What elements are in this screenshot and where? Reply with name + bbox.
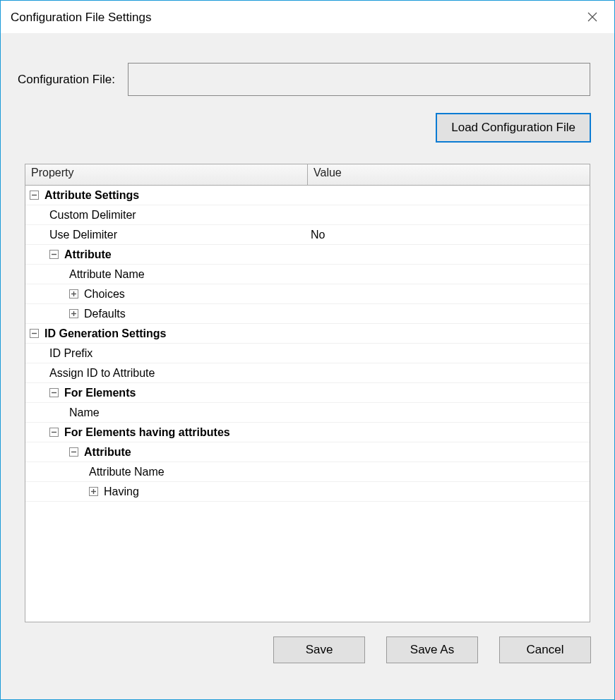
collapse-icon[interactable]: [30, 191, 39, 200]
grid-row[interactable]: Assign ID to Attribute: [25, 363, 590, 383]
property-label: Attribute Name: [69, 268, 145, 281]
grid-row[interactable]: For Elements having attributes: [25, 423, 590, 442]
footer-buttons: Save Save As Cancel: [1, 622, 614, 679]
config-file-row: Configuration File:: [1, 33, 614, 96]
expand-icon[interactable]: [89, 487, 98, 496]
property-cell: Attribute: [25, 248, 308, 261]
grid-row[interactable]: Attribute Settings: [25, 186, 590, 205]
config-file-label: Configuration File:: [18, 73, 128, 87]
grid-row[interactable]: For Elements: [25, 383, 590, 403]
property-cell: Defaults: [25, 308, 308, 320]
grid-row[interactable]: Use DelimiterNo: [25, 225, 590, 245]
property-label: Attribute Settings: [44, 189, 139, 202]
grid-row[interactable]: ID Generation Settings: [25, 324, 590, 344]
property-cell: ID Generation Settings: [25, 327, 308, 340]
expand-icon[interactable]: [69, 309, 78, 318]
property-label: Custom Delimiter: [49, 209, 136, 222]
load-row: Load Configuration File: [1, 96, 614, 143]
property-label: Having: [104, 485, 139, 498]
property-cell: Attribute Name: [25, 268, 308, 281]
collapse-icon[interactable]: [69, 447, 78, 457]
property-cell: Name: [25, 406, 308, 419]
property-label: Attribute: [84, 446, 131, 459]
property-label: ID Generation Settings: [44, 327, 166, 340]
property-cell: Attribute: [25, 446, 308, 459]
header-property[interactable]: Property: [25, 164, 308, 185]
property-cell: Attribute Settings: [25, 189, 308, 202]
dialog-window: Configuration File Settings Configuratio…: [0, 0, 615, 700]
property-cell: For Elements having attributes: [25, 426, 308, 439]
grid-row[interactable]: Choices: [25, 284, 590, 304]
collapse-icon[interactable]: [49, 388, 59, 397]
collapse-icon[interactable]: [49, 428, 59, 437]
property-label: Name: [69, 406, 100, 419]
header-value[interactable]: Value: [308, 164, 590, 185]
grid-row[interactable]: ID Prefix: [25, 344, 590, 363]
property-cell: ID Prefix: [25, 347, 308, 360]
property-cell: For Elements: [25, 387, 308, 399]
grid-row[interactable]: Having: [25, 482, 590, 502]
save-as-button[interactable]: Save As: [386, 636, 478, 663]
expand-icon[interactable]: [69, 289, 78, 298]
titlebar: Configuration File Settings: [1, 1, 614, 33]
grid-header: Property Value: [25, 164, 590, 186]
property-label: For Elements having attributes: [64, 426, 230, 439]
property-cell: Assign ID to Attribute: [25, 367, 308, 380]
cancel-button[interactable]: Cancel: [499, 636, 591, 663]
config-file-input[interactable]: [128, 63, 590, 96]
collapse-icon[interactable]: [49, 250, 59, 259]
grid-row[interactable]: Name: [25, 403, 590, 423]
grid-row[interactable]: Attribute Name: [25, 265, 590, 284]
grid-body: Attribute SettingsCustom DelimiterUse De…: [25, 186, 590, 622]
property-label: ID Prefix: [49, 347, 92, 360]
close-icon: [587, 12, 597, 22]
property-label: For Elements: [64, 387, 136, 399]
property-cell: Custom Delimiter: [25, 209, 308, 222]
value-cell[interactable]: No: [308, 229, 590, 241]
load-configuration-button[interactable]: Load Configuration File: [436, 113, 591, 143]
property-grid: Property Value Attribute SettingsCustom …: [25, 164, 590, 622]
property-cell: Attribute Name: [25, 466, 308, 478]
property-label: Defaults: [84, 308, 126, 320]
property-cell: Use Delimiter: [25, 229, 308, 241]
grid-row[interactable]: Defaults: [25, 304, 590, 324]
grid-row[interactable]: Attribute: [25, 442, 590, 462]
save-button[interactable]: Save: [273, 636, 365, 663]
property-label: Use Delimiter: [49, 229, 117, 241]
window-title: Configuration File Settings: [11, 9, 579, 25]
property-label: Attribute Name: [89, 466, 165, 478]
grid-row[interactable]: Attribute Name: [25, 462, 590, 482]
collapse-icon[interactable]: [30, 329, 39, 338]
grid-row[interactable]: Custom Delimiter: [25, 205, 590, 225]
grid-row[interactable]: Attribute: [25, 245, 590, 265]
dialog-body: Configuration File: Load Configuration F…: [1, 33, 614, 699]
close-button[interactable]: [579, 4, 606, 30]
property-label: Choices: [84, 288, 125, 301]
property-label: Assign ID to Attribute: [49, 367, 155, 380]
property-label: Attribute: [64, 248, 112, 261]
property-cell: Having: [25, 485, 308, 498]
property-cell: Choices: [25, 288, 308, 301]
